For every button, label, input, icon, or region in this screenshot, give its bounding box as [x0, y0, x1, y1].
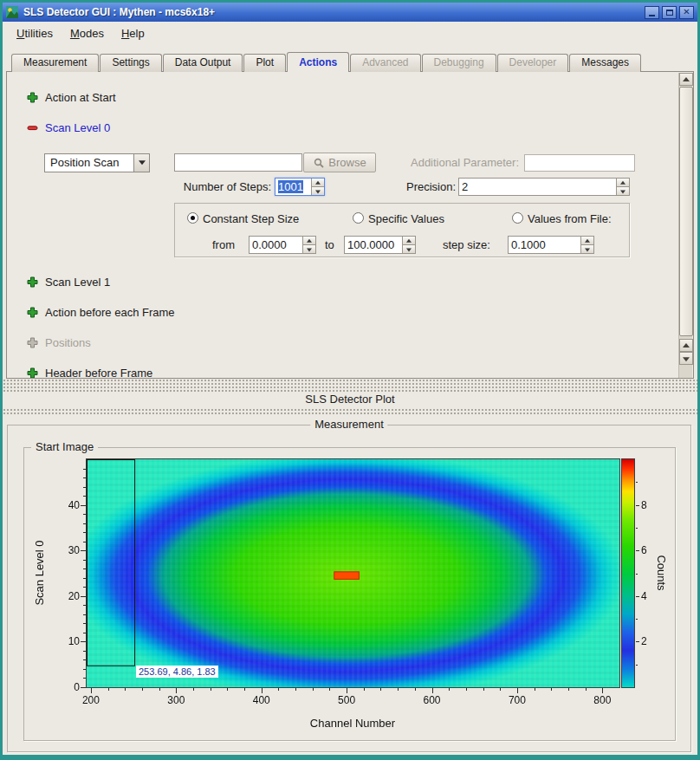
- spin-up-icon[interactable]: [616, 179, 629, 187]
- titlebar[interactable]: SLS Detector GUI : Mythen - mcs6x18+ ✕: [3, 3, 697, 22]
- to-spinbox[interactable]: 100.0000: [344, 236, 416, 254]
- combo-dropdown-arrow-icon[interactable]: [133, 154, 149, 172]
- precision-value: 2: [462, 180, 614, 193]
- start-image-group-title: Start Image: [31, 440, 98, 453]
- colorbar-frame: [621, 458, 635, 688]
- values-from-file-label[interactable]: Values from File:: [528, 212, 612, 225]
- expand-plus-icon[interactable]: [27, 367, 38, 379]
- scan-level-1-label[interactable]: Scan Level 1: [45, 276, 110, 289]
- precision-label: Precision:: [406, 180, 456, 193]
- expand-plus-icon[interactable]: [27, 92, 38, 103]
- positions-label: Positions: [45, 336, 91, 349]
- spin-up-icon[interactable]: [302, 237, 315, 245]
- action-at-start-label[interactable]: Action at Start: [45, 91, 116, 104]
- tab-plot[interactable]: Plot: [243, 54, 286, 72]
- scrollbar-thumb[interactable]: [679, 87, 693, 336]
- minimize-button[interactable]: [645, 6, 659, 19]
- spin-down-icon[interactable]: [616, 187, 629, 195]
- specific-values-label[interactable]: Specific Values: [368, 212, 444, 225]
- from-value: 0.0000: [252, 238, 301, 251]
- values-from-file-radio[interactable]: [512, 212, 523, 224]
- number-of-steps-value: 1001: [278, 180, 303, 193]
- step-size-spinbox[interactable]: 0.1000: [508, 236, 594, 254]
- minimize-icon: [649, 15, 655, 16]
- spin-down-icon[interactable]: [302, 245, 315, 253]
- to-value: 100.0000: [347, 238, 400, 251]
- step-size-label: step size:: [443, 238, 490, 251]
- specific-values-radio[interactable]: [353, 212, 364, 224]
- expand-plus-icon[interactable]: [27, 276, 38, 288]
- app-window: SLS Detector GUI : Mythen - mcs6x18+ ✕ U…: [0, 0, 700, 760]
- splitter-handle[interactable]: [3, 379, 697, 393]
- scroll-up-icon[interactable]: [679, 339, 693, 352]
- plot-canvas-frame: [86, 458, 620, 688]
- close-button[interactable]: ✕: [679, 6, 694, 19]
- spin-up-icon[interactable]: [580, 237, 593, 245]
- spin-up-icon[interactable]: [311, 179, 324, 187]
- step-options-groupbox: Constant Step Size Specific Values Value…: [174, 203, 630, 257]
- browse-button: Browse: [303, 153, 376, 172]
- constant-step-label[interactable]: Constant Step Size: [203, 212, 299, 225]
- plot-dock-titlebar[interactable]: SLS Detector Plot: [3, 393, 697, 408]
- spin-up-icon[interactable]: [402, 237, 415, 245]
- expand-plus-icon-disabled: [27, 337, 38, 348]
- action-before-frame-label[interactable]: Action before each Frame: [45, 306, 175, 319]
- from-spinbox[interactable]: 0.0000: [249, 236, 316, 254]
- plot-dock-title: SLS Detector Plot: [295, 393, 405, 406]
- measurement-group-title: Measurement: [310, 418, 387, 431]
- app-icon: [6, 6, 18, 18]
- scan-script-input[interactable]: [174, 153, 302, 172]
- scan-mode-combobox[interactable]: Position Scan: [44, 153, 150, 172]
- splitter-handle[interactable]: [3, 408, 697, 415]
- expand-plus-icon[interactable]: [27, 307, 38, 318]
- constant-step-radio[interactable]: [187, 212, 198, 224]
- spin-down-icon[interactable]: [402, 245, 415, 253]
- menu-utilities[interactable]: Utilities: [10, 23, 60, 43]
- browse-button-label: Browse: [328, 156, 366, 169]
- menu-help[interactable]: Help: [114, 23, 152, 43]
- additional-parameter-label: Additional Parameter:: [406, 156, 519, 169]
- close-icon: ✕: [683, 8, 690, 16]
- tab-settings[interactable]: Settings: [100, 54, 161, 72]
- tab-advanced: Advanced: [350, 54, 420, 72]
- colorbar-gradient: [622, 459, 634, 687]
- precision-spinbox[interactable]: 2: [458, 178, 630, 196]
- number-of-steps-spinbox[interactable]: 1001: [275, 178, 325, 196]
- spin-down-icon[interactable]: [580, 245, 593, 253]
- actions-panel: Action at Start Scan Level 0 Position Sc…: [6, 71, 694, 379]
- menubar: Utilities Modes Help: [3, 22, 697, 45]
- collapse-minus-icon[interactable]: [27, 122, 38, 133]
- maximize-icon: [666, 10, 673, 16]
- tab-actions[interactable]: Actions: [287, 52, 349, 72]
- menu-modes[interactable]: Modes: [63, 23, 111, 43]
- browse-magnifier-icon: [313, 157, 325, 169]
- additional-parameter-input[interactable]: [524, 154, 635, 172]
- header-before-frame-label[interactable]: Header before Frame: [45, 367, 152, 379]
- maximize-button[interactable]: [662, 6, 677, 19]
- number-of-steps-label: Number of Steps:: [174, 180, 271, 193]
- tab-bar: Measurement Settings Data Output Plot Ac…: [11, 52, 642, 72]
- step-size-value: 0.1000: [511, 238, 579, 251]
- scan-level-0-label[interactable]: Scan Level 0: [45, 121, 110, 134]
- tab-debugging: Debugging: [422, 54, 496, 72]
- tab-data-output[interactable]: Data Output: [163, 54, 243, 72]
- vertical-scrollbar[interactable]: [678, 73, 692, 379]
- heatmap-canvas[interactable]: [87, 459, 619, 687]
- scroll-up-icon[interactable]: [679, 73, 693, 86]
- scroll-down-icon[interactable]: [679, 352, 693, 365]
- spin-down-icon[interactable]: [311, 187, 324, 195]
- tab-developer: Developer: [497, 54, 569, 72]
- tab-measurement[interactable]: Measurement: [11, 54, 99, 72]
- tab-messages[interactable]: Messages: [569, 54, 641, 72]
- window-title: SLS Detector GUI : Mythen - mcs6x18+: [23, 6, 642, 18]
- from-label: from: [212, 238, 235, 251]
- to-label: to: [325, 238, 334, 251]
